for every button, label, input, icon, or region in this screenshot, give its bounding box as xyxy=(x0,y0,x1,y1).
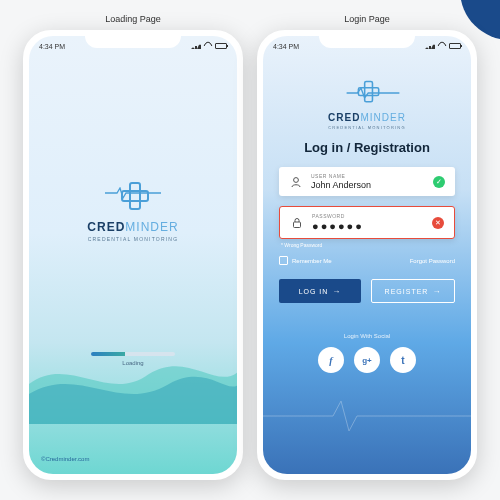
login-button[interactable]: LOG IN → xyxy=(279,279,361,303)
brand-name: CREDMINDER xyxy=(328,112,406,123)
remember-label: Remember Me xyxy=(292,258,332,264)
brand-url: ©Credminder.com xyxy=(41,456,89,462)
lock-icon xyxy=(290,216,304,230)
phone-notch xyxy=(319,32,415,48)
loading-background: CREDMINDER CREDENTIAL MONITORING Loading… xyxy=(29,36,237,474)
signal-icon xyxy=(425,43,435,49)
register-button[interactable]: REGISTER → xyxy=(371,279,455,303)
login-page-label: Login Page xyxy=(344,14,390,24)
svg-point-0 xyxy=(294,177,299,182)
forgot-password-link[interactable]: Forgot Password xyxy=(410,258,455,264)
google-button[interactable]: g+ xyxy=(354,347,380,373)
arrow-right-icon: → xyxy=(432,287,441,296)
error-icon: ✕ xyxy=(432,217,444,229)
username-label: USER NAME xyxy=(311,173,425,179)
login-screen: 4:34 PM CREDMINDER CREDENTIAL xyxy=(263,36,471,474)
password-error-msg: * Wrong Password xyxy=(279,242,455,248)
brand-logo-block: CREDMINDER CREDENTIAL MONITORING xyxy=(87,176,178,242)
remember-me[interactable]: Remember Me xyxy=(279,256,332,265)
medical-cross-icon xyxy=(121,182,145,206)
options-row: Remember Me Forgot Password xyxy=(279,256,455,265)
twitter-icon: t xyxy=(401,355,404,366)
google-plus-icon: g+ xyxy=(362,356,372,365)
password-label: PASSWORD xyxy=(312,213,424,219)
wifi-icon xyxy=(436,40,447,51)
brand-logo-mark xyxy=(345,76,389,104)
facebook-button[interactable]: f xyxy=(318,347,344,373)
phone-frame-loading: 4:34 PM CREDMINDER CREDENTIAL xyxy=(23,30,243,480)
status-time: 4:34 PM xyxy=(273,43,299,50)
user-icon xyxy=(289,175,303,189)
login-background: CREDMINDER CREDENTIAL MONITORING Log in … xyxy=(263,36,471,474)
facebook-icon: f xyxy=(329,355,332,366)
loading-screen: 4:34 PM CREDMINDER CREDENTIAL xyxy=(29,36,237,474)
social-buttons: f g+ t xyxy=(318,347,416,373)
login-title: Log in / Registration xyxy=(304,140,430,155)
brand-logo-block: CREDMINDER CREDENTIAL MONITORING xyxy=(328,76,406,130)
login-column: Login Page 4:34 PM xyxy=(257,14,477,480)
ekg-background-decor xyxy=(263,396,471,436)
signal-icon xyxy=(191,43,201,49)
loading-page-label: Loading Page xyxy=(105,14,161,24)
brand-name: CREDMINDER xyxy=(87,220,178,234)
svg-rect-1 xyxy=(294,222,301,228)
status-icons xyxy=(191,42,227,50)
battery-icon xyxy=(449,43,461,49)
check-icon: ✓ xyxy=(433,176,445,188)
phone-notch xyxy=(85,32,181,48)
loading-column: Loading Page 4:34 PM xyxy=(23,14,243,480)
arrow-right-icon: → xyxy=(332,287,341,296)
brand-logo-mark xyxy=(105,176,161,212)
password-field[interactable]: PASSWORD ●●●●●● ✕ xyxy=(279,206,455,239)
battery-icon xyxy=(215,43,227,49)
status-icons xyxy=(425,42,461,50)
password-value: ●●●●●● xyxy=(312,220,424,232)
social-login-label: Login With Social xyxy=(344,333,390,339)
mockup-canvas: Loading Page 4:34 PM xyxy=(0,0,500,494)
brand-tagline: CREDENTIAL MONITORING xyxy=(328,125,405,130)
button-row: LOG IN → REGISTER → xyxy=(279,279,455,303)
medical-cross-icon xyxy=(358,81,377,100)
username-field[interactable]: USER NAME John Anderson ✓ xyxy=(279,167,455,196)
remember-checkbox[interactable] xyxy=(279,256,288,265)
username-value: John Anderson xyxy=(311,180,425,190)
status-time: 4:34 PM xyxy=(39,43,65,50)
twitter-button[interactable]: t xyxy=(390,347,416,373)
login-form: USER NAME John Anderson ✓ xyxy=(279,167,455,248)
brand-tagline: CREDENTIAL MONITORING xyxy=(88,236,178,242)
phone-frame-login: 4:34 PM CREDMINDER CREDENTIAL xyxy=(257,30,477,480)
wave-decor xyxy=(29,344,237,424)
wifi-icon xyxy=(202,40,213,51)
